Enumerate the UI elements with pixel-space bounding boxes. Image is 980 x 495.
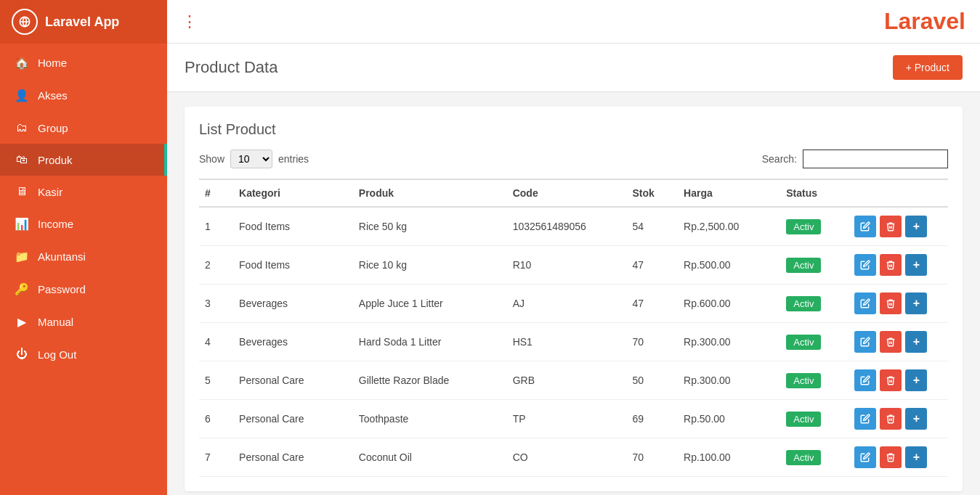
cell-code: R10 — [507, 246, 627, 285]
edit-button[interactable] — [854, 216, 876, 237]
info-button[interactable]: + — [905, 331, 927, 353]
group-icon: 🗂 — [15, 121, 29, 134]
col-header-stok: Stok — [626, 179, 678, 207]
entries-label: entries — [278, 153, 309, 165]
action-buttons: + — [854, 446, 942, 468]
edit-button[interactable] — [854, 369, 876, 391]
sidebar-item-manual[interactable]: ▶ Manual — [0, 306, 167, 338]
sidebar-item-income[interactable]: 📊 Income — [0, 208, 167, 240]
status-badge: Activ — [786, 258, 821, 273]
show-entries-control: Show 10 25 50 100 entries — [199, 150, 309, 168]
add-product-button[interactable]: + Product — [893, 55, 963, 80]
sidebar-item-logout[interactable]: ⏻ Log Out — [0, 338, 167, 370]
password-icon: 🔑 — [15, 282, 29, 296]
col-header-status: Status — [780, 179, 849, 207]
delete-button[interactable] — [880, 446, 902, 468]
edit-button[interactable] — [854, 292, 876, 314]
page-header: Product Data + Product — [167, 44, 980, 92]
sidebar-item-password[interactable]: 🔑 Password — [0, 273, 167, 306]
cell-actions: + — [849, 361, 948, 400]
cell-status: Activ — [780, 246, 849, 285]
sidebar-item-produk[interactable]: 🛍 Produk — [0, 144, 167, 176]
info-button[interactable]: + — [905, 254, 927, 276]
info-button[interactable]: + — [905, 369, 927, 391]
main-wrapper: ⋮ Laravel Product Data + Product List Pr… — [167, 0, 980, 495]
table-body: 1 Food Items Rice 50 kg 1032561489056 54… — [199, 207, 948, 477]
cell-actions: + — [849, 438, 948, 477]
cell-harga: Rp.600.00 — [678, 285, 780, 323]
sidebar-item-kasir[interactable]: 🖥 Kasir — [0, 176, 167, 208]
col-header-kategori: Kategori — [233, 179, 353, 207]
cell-harga: Rp.2,500.00 — [678, 207, 780, 246]
income-icon: 📊 — [15, 217, 29, 231]
list-title: List Product — [199, 121, 948, 138]
cell-code: AJ — [507, 285, 627, 323]
table-row: 1 Food Items Rice 50 kg 1032561489056 54… — [199, 207, 948, 246]
info-button[interactable]: + — [905, 216, 927, 237]
status-badge: Activ — [786, 412, 821, 427]
cell-produk: Rice 10 kg — [353, 246, 507, 285]
table-row: 7 Personal Care Coconut Oil CO 70 Rp.100… — [199, 438, 948, 477]
action-buttons: + — [854, 331, 942, 353]
delete-button[interactable] — [880, 292, 902, 314]
status-badge: Activ — [786, 296, 821, 311]
sidebar-logo: Laravel App — [0, 0, 167, 44]
status-badge: Activ — [786, 219, 821, 234]
table-row: 5 Personal Care Gillette Razor Blade GRB… — [199, 361, 948, 400]
cell-produk: Apple Juce 1 Litter — [353, 285, 507, 323]
sidebar-item-group[interactable]: 🗂 Group — [0, 112, 167, 144]
cell-stok: 47 — [626, 246, 678, 285]
sidebar-item-home[interactable]: 🏠 Home — [0, 46, 167, 79]
sidebar-item-akses-label: Akses — [38, 89, 68, 102]
edit-button[interactable] — [854, 331, 876, 353]
main-content: Product Data + Product List Product Show… — [167, 44, 980, 495]
cell-kategori: Food Items — [233, 207, 353, 246]
info-button[interactable]: + — [905, 408, 927, 430]
cell-num: 7 — [199, 438, 233, 477]
active-indicator — [164, 144, 167, 176]
col-header-harga: Harga — [678, 179, 780, 207]
menu-toggle-button[interactable]: ⋮ — [182, 12, 199, 31]
sidebar-item-password-label: Password — [38, 283, 86, 295]
edit-button[interactable] — [854, 408, 876, 430]
edit-button[interactable] — [854, 254, 876, 276]
info-button[interactable]: + — [905, 292, 927, 314]
cell-harga: Rp.300.00 — [678, 323, 780, 361]
delete-button[interactable] — [880, 254, 902, 276]
search-input[interactable] — [803, 150, 948, 168]
cell-kategori: Beverages — [233, 285, 353, 323]
sidebar-item-akuntansi[interactable]: 📁 Akuntansi — [0, 240, 167, 273]
cell-num: 5 — [199, 361, 233, 400]
cell-status: Activ — [780, 285, 849, 323]
table-header: # Kategori Produk Code Stok Harga Status — [199, 179, 948, 207]
sidebar-item-produk-label: Produk — [38, 154, 73, 166]
table-row: 3 Beverages Apple Juce 1 Litter AJ 47 Rp… — [199, 285, 948, 323]
cell-code: TP — [507, 400, 627, 438]
cell-kategori: Beverages — [233, 323, 353, 361]
cell-code: HS1 — [507, 323, 627, 361]
cell-stok: 70 — [626, 438, 678, 477]
sidebar-item-logout-label: Log Out — [38, 348, 76, 361]
delete-button[interactable] — [880, 331, 902, 353]
cell-stok: 70 — [626, 323, 678, 361]
search-box: Search: — [762, 150, 948, 168]
entries-select[interactable]: 10 25 50 100 — [230, 150, 272, 168]
delete-button[interactable] — [880, 369, 902, 391]
cell-harga: Rp.50.00 — [678, 400, 780, 438]
cell-kategori: Personal Care — [233, 438, 353, 477]
topbar-brand: Laravel — [884, 8, 965, 35]
akses-icon: 👤 — [15, 89, 29, 102]
cell-produk: Toothpaste — [353, 400, 507, 438]
status-badge: Activ — [786, 450, 821, 465]
cell-harga: Rp.300.00 — [678, 361, 780, 400]
logo-icon — [12, 9, 38, 35]
delete-button[interactable] — [880, 408, 902, 430]
delete-button[interactable] — [880, 216, 902, 237]
sidebar-item-akses[interactable]: 👤 Akses — [0, 79, 167, 112]
cell-produk: Hard Soda 1 Litter — [353, 323, 507, 361]
cell-produk: Rice 50 kg — [353, 207, 507, 246]
sidebar-item-akuntansi-label: Akuntansi — [38, 250, 86, 263]
akuntansi-icon: 📁 — [15, 250, 29, 263]
info-button[interactable]: + — [905, 446, 927, 468]
edit-button[interactable] — [854, 446, 876, 468]
